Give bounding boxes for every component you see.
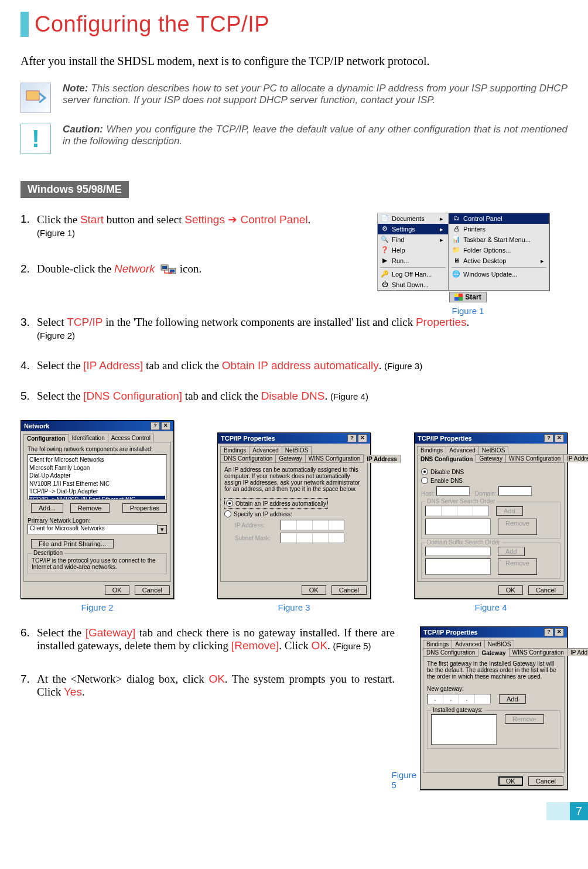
hl-start: Start [80, 213, 104, 226]
menu-item[interactable]: 🔍Find▸ [378, 234, 448, 245]
remove-button[interactable]: Remove [505, 714, 544, 724]
help-icon[interactable]: ? [544, 434, 553, 442]
figure-1-caption: Figure 1 [368, 306, 568, 316]
menu-item[interactable]: 🖥Active Desktop▸ [449, 255, 549, 266]
hl-tab: [DNS Configuration] [83, 390, 182, 402]
caution-body: When you configure the TCP/IP, leave the… [63, 124, 568, 146]
menu-item-settings[interactable]: ⚙Settings▸ [378, 224, 448, 234]
step-1: 1. Click the Start button and select Set… [20, 213, 368, 239]
ok-button[interactable]: OK [498, 585, 523, 595]
note-body: This section describes how to set your P… [63, 83, 568, 105]
menu-item-controlpanel[interactable]: 🗂Control Panel [449, 213, 549, 224]
menu-item[interactable]: 🖨Printers [449, 224, 549, 234]
intro-paragraph: After you install the SHDSL modem, next … [20, 54, 568, 68]
menu-item[interactable]: 🌐Windows Update... [449, 269, 549, 280]
close-icon[interactable]: ✕ [358, 434, 367, 442]
step-2: 2. Double-click the Network icon. [20, 263, 368, 277]
note-callout: Note: This section describes how to set … [20, 83, 568, 113]
figure-5-caption: Figure 5 [389, 770, 416, 790]
page-title-wrap: Configuring the TCP/IP [20, 12, 568, 37]
hl-path: Settings ➔ Control Panel [184, 213, 307, 226]
figure-4-dialog: TCP/IP Properties ?✕ Bindings Advanced N… [414, 432, 568, 599]
menu-item[interactable]: 📄Documents▸ [378, 213, 448, 224]
tab-gateway[interactable]: Gateway [478, 649, 509, 657]
figure-ref: (Figure 3) [384, 361, 422, 371]
help-icon[interactable]: ? [151, 422, 160, 430]
help-icon[interactable]: ? [347, 434, 357, 442]
ok-button[interactable]: OK [302, 585, 326, 595]
add-button[interactable]: Add [498, 547, 525, 556]
hl-tcpip: TCP/IP [67, 316, 102, 328]
cancel-button[interactable]: Cancel [528, 585, 563, 595]
radio-specify[interactable]: Specify an IP address: [224, 510, 364, 517]
caution-lead: Caution: [63, 124, 103, 135]
figure-ref: (Figure 2) [37, 330, 75, 340]
add-button[interactable]: Add [499, 694, 526, 704]
figure-5-dialog: TCP/IP Properties ?✕ Bindings Advanced N… [420, 626, 568, 790]
figure-1-startmenu: 📄Documents▸ ⚙Settings▸ 🔍Find▸ ❓Help ▶Run… [377, 213, 559, 302]
page-number-badge: 7 [546, 802, 588, 820]
hl-tab: [Gateway] [86, 626, 136, 639]
remove-button[interactable]: Remove [498, 519, 537, 535]
radio-disable-dns[interactable]: Disable DNS [421, 468, 560, 475]
figure-ref: (Figure 5) [333, 641, 371, 651]
menu-item[interactable]: ❓Help [378, 245, 448, 255]
cancel-button[interactable]: Cancel [528, 776, 563, 786]
tab-ipaddress[interactable]: IP Address [363, 455, 401, 463]
remove-button[interactable]: Remove [498, 558, 537, 575]
primary-logon-select[interactable]: Client for Microsoft Networks [28, 524, 158, 534]
tab-accesscontrol[interactable]: Access Control [108, 434, 154, 442]
components-list[interactable]: Client for Microsoft Networks Microsoft … [28, 454, 167, 500]
figure-2-dialog: Network ?✕ Configuration Identification … [20, 420, 174, 599]
subnet-mask-field[interactable] [281, 533, 344, 543]
title-accent-bar [20, 12, 29, 37]
exclamation-icon: ! [32, 127, 40, 151]
close-icon[interactable]: ✕ [555, 434, 564, 442]
note-icon [20, 83, 51, 113]
network-icon [160, 264, 177, 277]
figure-ref: (Figure 4) [330, 391, 368, 401]
new-gateway-field[interactable]: ... [427, 694, 491, 704]
step-7: 7. At the <Network> dialog box, click OK… [20, 673, 395, 698]
ok-button[interactable]: OK [105, 585, 129, 595]
start-button[interactable]: Start [449, 292, 486, 302]
caution-text: Caution: When you configure the TCP/IP, … [63, 124, 568, 147]
file-print-sharing-button[interactable]: File and Print Sharing... [31, 539, 114, 548]
add-button[interactable]: Add [496, 506, 523, 516]
caution-icon: ! [20, 124, 51, 154]
menu-item[interactable]: ▶Run... [378, 255, 448, 266]
section-heading: Windows 95/98/ME [20, 181, 129, 198]
page-number: 7 [570, 802, 588, 820]
hl-network: Network [114, 263, 155, 275]
installed-gateways-list[interactable] [431, 714, 497, 745]
cancel-button[interactable]: Cancel [331, 585, 367, 595]
tab-identification[interactable]: Identification [69, 434, 108, 442]
menu-item[interactable]: ⏻Shut Down... [378, 280, 448, 290]
menu-item[interactable]: 📁Folder Options... [449, 245, 549, 255]
figure-3-caption: Figure 3 [278, 602, 310, 612]
ok-button[interactable]: OK [498, 776, 523, 786]
close-icon[interactable]: ✕ [161, 422, 170, 430]
figures-row: Network ?✕ Configuration Identification … [20, 420, 568, 612]
properties-button[interactable]: Properties [122, 503, 167, 513]
radio-enable-dns[interactable]: Enable DNS [421, 477, 560, 484]
step-6: 6. Select the [Gateway] tab and check th… [20, 626, 395, 652]
step-number: 1. [20, 213, 37, 226]
figure-ref: (Figure 1) [37, 228, 75, 238]
remove-button[interactable]: Remove [70, 503, 110, 513]
step-number: 5. [20, 390, 37, 403]
ip-address-field[interactable] [281, 520, 344, 530]
step-5: 5. Select the [DNS Configuration] tab an… [20, 390, 568, 403]
menu-item[interactable]: 📊Taskbar & Start Menu... [449, 234, 549, 245]
radio-obtain-auto[interactable]: Obtain an IP address automatically [224, 498, 328, 509]
tab-dns[interactable]: DNS Configuration [417, 455, 476, 463]
hl-ok: OK [312, 639, 327, 652]
menu-item[interactable]: 🔑Log Off Han... [378, 269, 448, 280]
dropdown-icon[interactable]: ▾ [158, 525, 167, 534]
note-text: Note: This section describes how to set … [63, 83, 568, 106]
tab-configuration[interactable]: Configuration [23, 434, 69, 442]
cancel-button[interactable]: Cancel [135, 585, 170, 595]
add-button[interactable]: Add... [31, 503, 63, 513]
close-icon[interactable]: ✕ [555, 628, 564, 636]
help-icon[interactable]: ? [544, 628, 553, 636]
